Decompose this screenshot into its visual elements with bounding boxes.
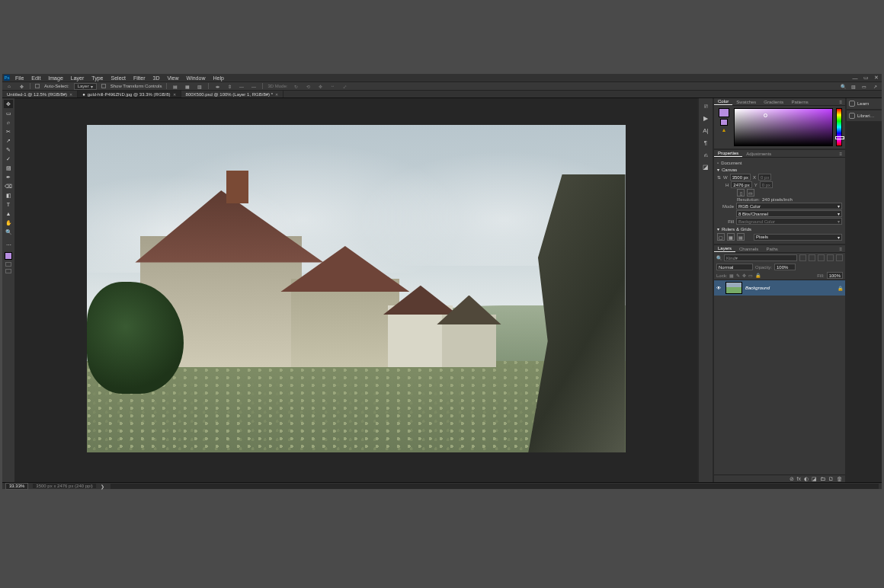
zoom-field[interactable]: 33.33% xyxy=(5,483,28,490)
menu-edit[interactable]: Edit xyxy=(29,75,43,81)
layer-row[interactable]: 👁 Background 🔒 xyxy=(714,280,845,296)
adjustment-layer-icon[interactable]: ◪ xyxy=(812,476,817,482)
y-field[interactable]: 0 px xyxy=(760,181,773,188)
screenmode-icon[interactable] xyxy=(5,269,11,273)
character-panel-icon[interactable]: A| xyxy=(701,126,710,135)
panel-menu-icon[interactable]: ≡ xyxy=(836,247,845,251)
lasso-tool-icon[interactable]: ⌕ xyxy=(4,118,13,126)
canvas-viewport[interactable] xyxy=(14,98,697,482)
glyphs-panel-icon[interactable]: ⎌ xyxy=(701,150,710,159)
eraser-tool-icon[interactable]: ⌫ xyxy=(4,182,13,190)
menu-select[interactable]: Select xyxy=(109,75,128,81)
layer-thumbnail[interactable] xyxy=(725,282,742,294)
section-rulers-grids[interactable]: ▾Rulers & Grids xyxy=(717,226,842,232)
distribute-h-icon[interactable]: ⇹ xyxy=(213,83,221,89)
fill-field[interactable]: 100% xyxy=(827,272,843,279)
color-field[interactable] xyxy=(734,108,833,146)
selection-tool-icon[interactable]: ✂ xyxy=(4,127,13,136)
filter-adjust-icon[interactable] xyxy=(809,254,815,261)
filter-pixel-icon[interactable] xyxy=(799,254,806,261)
brush-tool-icon[interactable]: ▨ xyxy=(4,164,13,172)
fill-dropdown[interactable]: Background Color▾ xyxy=(736,218,842,225)
height-field[interactable]: 2476 px xyxy=(731,181,751,188)
panel-menu-icon[interactable]: ≡ xyxy=(836,100,845,104)
lock-all-icon[interactable]: 🔒 xyxy=(755,273,761,278)
type-tool-icon[interactable]: T xyxy=(4,200,13,209)
lock-position-icon[interactable]: ✥ xyxy=(742,273,746,278)
menu-view[interactable]: View xyxy=(165,75,181,81)
document-canvas[interactable] xyxy=(87,125,626,452)
hand-tool-icon[interactable]: ✋ xyxy=(4,219,13,227)
lock-transparency-icon[interactable]: ▦ xyxy=(729,273,734,278)
history-panel-icon[interactable]: ⎚ xyxy=(701,101,710,110)
move-tool-icon[interactable]: ✥ xyxy=(4,100,13,108)
foreground-color[interactable] xyxy=(719,108,729,117)
tab-adjustments[interactable]: Adjustments xyxy=(742,150,775,157)
show-transform-checkbox[interactable] xyxy=(101,84,106,88)
overflow-icon[interactable]: ⋯ xyxy=(250,83,258,89)
tab-paths[interactable]: Paths xyxy=(762,245,781,252)
tab-color[interactable]: Color xyxy=(714,98,732,105)
hue-slider-thumb[interactable] xyxy=(836,137,844,139)
panel-menu-icon[interactable]: ≡ xyxy=(836,152,845,156)
delete-layer-icon[interactable]: 🗑 xyxy=(837,476,842,481)
tab-properties[interactable]: Properties xyxy=(714,150,742,157)
menu-filter[interactable]: Filter xyxy=(131,75,148,81)
document-tab[interactable]: Untitled-1 @ 12.5% (RGB/8#) ✕ xyxy=(2,91,78,97)
auto-select-dropdown[interactable]: Layer ▾ xyxy=(74,83,97,90)
close-tab-icon[interactable]: ✕ xyxy=(275,92,278,97)
frame-icon[interactable]: ▭ xyxy=(860,83,868,89)
filter-smart-icon[interactable] xyxy=(836,254,843,261)
tab-layers[interactable]: Layers xyxy=(714,245,735,252)
3d-slide-icon[interactable]: ↔ xyxy=(328,83,336,89)
menu-type[interactable]: Type xyxy=(89,75,105,81)
pen-tool-icon[interactable]: ▲ xyxy=(4,209,13,218)
window-close-button[interactable]: ✕ xyxy=(873,75,880,81)
new-group-icon[interactable]: 🗀 xyxy=(820,476,825,481)
bit-depth-dropdown[interactable]: 8 Bits/Channel▾ xyxy=(736,210,842,217)
layer-name[interactable]: Background xyxy=(745,286,770,290)
layer-mask-icon[interactable]: ◐ xyxy=(804,476,809,482)
3d-roll-icon[interactable]: ⟲ xyxy=(304,83,312,89)
align-more-icon[interactable]: ⋯ xyxy=(238,83,245,89)
foreground-color-swatch[interactable] xyxy=(5,252,12,260)
units-dropdown[interactable]: Pixels▾ xyxy=(754,234,842,241)
align-center-icon[interactable]: ▦ xyxy=(184,83,191,89)
3d-pan-icon[interactable]: ✥ xyxy=(316,83,324,89)
window-minimize-button[interactable]: — xyxy=(851,75,859,81)
lock-artboard-icon[interactable]: ▭ xyxy=(748,273,753,278)
tab-gradients[interactable]: Gradients xyxy=(760,98,787,105)
window-maximize-button[interactable]: ▭ xyxy=(862,75,870,81)
filter-kind-icon[interactable]: 🔍 xyxy=(716,255,722,260)
paragraph-panel-icon[interactable]: ¶ xyxy=(701,138,710,147)
menu-file[interactable]: File xyxy=(13,75,26,81)
align-left-icon[interactable]: ▤ xyxy=(171,83,179,89)
crop-tool-icon[interactable]: ↗ xyxy=(4,136,13,145)
new-layer-icon[interactable]: 🗋 xyxy=(828,476,834,481)
lock-pixels-icon[interactable]: ✎ xyxy=(736,273,740,278)
filter-shape-icon[interactable] xyxy=(827,254,834,261)
auto-select-checkbox[interactable] xyxy=(35,84,40,88)
document-tab[interactable]: 800X500.psd @ 100% (Layer 1, RGB/8#) * ✕ xyxy=(181,91,284,97)
orientation-portrait-button[interactable]: ▯ xyxy=(737,189,745,197)
doc-info[interactable]: 3500 px x 2476 px (240 ppi) xyxy=(33,484,95,488)
3d-orbit-icon[interactable]: ↻ xyxy=(292,83,299,89)
opacity-field[interactable]: 100% xyxy=(774,264,796,270)
chevron-right-icon[interactable]: ❯ xyxy=(101,484,104,489)
libraries-panel-button[interactable]: Librari… xyxy=(847,110,882,121)
guides-toggle-icon[interactable]: ▤ xyxy=(737,233,745,241)
more-tools-icon[interactable]: ⋯ xyxy=(4,241,13,249)
eyedropper-tool-icon[interactable]: ✎ xyxy=(4,145,13,154)
rulers-toggle-icon[interactable]: ▢ xyxy=(717,233,725,241)
actions-panel-icon[interactable]: ▶ xyxy=(701,113,710,123)
filter-kind-dropdown[interactable]: Kind ▾ xyxy=(724,254,797,261)
menu-image[interactable]: Image xyxy=(46,75,65,81)
link-wh-icon[interactable]: ⇅ xyxy=(717,174,721,180)
marquee-tool-icon[interactable]: ▭ xyxy=(4,109,13,117)
quickmask-icon[interactable] xyxy=(5,262,11,267)
healing-tool-icon[interactable]: ✓ xyxy=(4,155,13,163)
tab-channels[interactable]: Channels xyxy=(735,245,762,252)
filter-type-icon[interactable] xyxy=(818,254,825,261)
zoom-tool-icon[interactable]: 🔍 xyxy=(4,228,13,236)
section-canvas[interactable]: ▾Canvas xyxy=(717,167,842,172)
